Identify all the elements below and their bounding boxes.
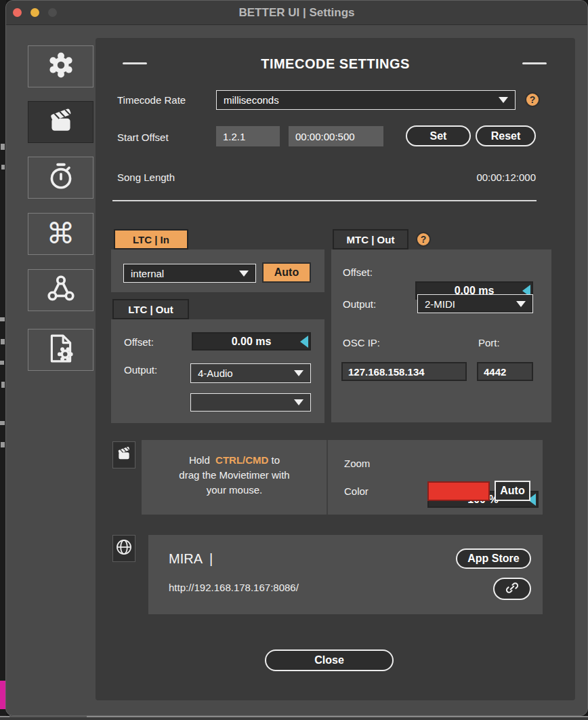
gear-icon bbox=[45, 49, 77, 83]
ltc-out-output-label: Output: bbox=[124, 364, 157, 376]
port-label: Port: bbox=[478, 337, 500, 348]
start-offset-label: Start Offset bbox=[117, 132, 169, 143]
mtc-out-output-dropdown[interactable]: 2-MIDI bbox=[417, 294, 533, 313]
chevron-down-icon bbox=[516, 301, 526, 307]
song-length-label: Song Length bbox=[117, 172, 175, 183]
network-nodes-icon bbox=[45, 273, 77, 307]
color-label: Color bbox=[344, 485, 369, 497]
ltc-in-auto-button[interactable]: Auto bbox=[262, 262, 311, 283]
ltc-out-output-value: 4-Audio bbox=[198, 367, 294, 379]
section-divider bbox=[112, 200, 537, 201]
sidebar-item-movie[interactable] bbox=[28, 101, 93, 143]
ltc-out-offset-label: Offset: bbox=[124, 336, 154, 348]
drag-arrow-icon[interactable] bbox=[300, 336, 308, 348]
set-button[interactable]: Set bbox=[406, 125, 471, 146]
song-length-value: 00:00:12:000 bbox=[400, 172, 536, 183]
mira-title: MIRA | bbox=[169, 551, 213, 567]
timecode-rate-dropdown[interactable]: milliseconds bbox=[216, 90, 516, 110]
timecode-rate-help-button[interactable]: ? bbox=[525, 92, 540, 107]
mtc-out-output-label: Output: bbox=[343, 298, 376, 310]
hint-line3: your mouse. bbox=[148, 483, 320, 498]
port-input[interactable] bbox=[477, 362, 533, 381]
mira-tile bbox=[112, 535, 135, 562]
command-icon: ⌘ bbox=[47, 220, 75, 248]
osc-ip-label: OSC IP: bbox=[343, 337, 380, 348]
header-dash-right bbox=[522, 62, 547, 64]
clapperboard-icon bbox=[115, 445, 133, 465]
chevron-down-icon bbox=[499, 97, 508, 103]
sidebar-item-general[interactable] bbox=[28, 45, 93, 87]
osc-ip-input[interactable] bbox=[341, 362, 467, 381]
reset-button[interactable]: Reset bbox=[476, 125, 536, 146]
sidebar-item-shortcuts[interactable]: ⌘ bbox=[28, 213, 93, 255]
link-icon bbox=[505, 580, 520, 598]
ltc-in-source-value: internal bbox=[131, 268, 239, 279]
zoom-label: Zoom bbox=[344, 458, 370, 469]
titlebar: BETTER UI | Settings bbox=[6, 1, 587, 25]
mtc-out-output-value: 2-MIDI bbox=[425, 298, 516, 310]
hint-to: to bbox=[272, 454, 280, 466]
ltc-out-offset-value: 0.00 ms bbox=[232, 336, 272, 348]
ltc-in-source-dropdown[interactable]: internal bbox=[123, 264, 256, 283]
chevron-down-icon bbox=[294, 399, 303, 405]
settings-window: BETTER UI | Settings bbox=[5, 0, 588, 716]
start-offset-time-input[interactable] bbox=[289, 126, 383, 146]
background-bottom-strip bbox=[0, 716, 588, 720]
hint-hold: Hold bbox=[189, 454, 210, 466]
window-title: BETTER UI | Settings bbox=[6, 6, 587, 20]
app-store-button[interactable]: App Store bbox=[456, 548, 531, 569]
document-gear-icon bbox=[47, 334, 75, 366]
start-offset-bars-input[interactable] bbox=[216, 126, 280, 146]
ltc-out-output-dropdown[interactable]: 4-Audio bbox=[190, 363, 311, 383]
sidebar-item-timer[interactable] bbox=[28, 157, 93, 199]
movietimer-tile bbox=[112, 441, 135, 468]
chevron-down-icon bbox=[294, 370, 303, 376]
movietimer-divider bbox=[327, 440, 328, 515]
page-title: TIMECODE SETTINGS bbox=[96, 56, 575, 72]
tab-ltc-in[interactable]: LTC | In bbox=[114, 229, 188, 249]
sidebar-item-network[interactable] bbox=[28, 269, 93, 311]
stopwatch-icon bbox=[45, 161, 77, 195]
hint-line2: drag the Movietimer with bbox=[148, 468, 320, 483]
tab-ltc-out[interactable]: LTC | Out bbox=[112, 299, 189, 319]
mtc-out-help-button[interactable]: ? bbox=[416, 232, 431, 247]
mtc-out-offset-label: Offset: bbox=[343, 266, 373, 278]
timecode-rate-value: milliseconds bbox=[224, 94, 499, 106]
screen: BETTER UI | Settings bbox=[0, 0, 588, 720]
sidebar-item-file-settings[interactable] bbox=[28, 329, 93, 371]
movietimer-hint: Hold CTRL/CMD to drag the Movietimer wit… bbox=[148, 453, 320, 498]
ltc-out-offset-field[interactable]: 0.00 ms bbox=[192, 332, 311, 351]
chevron-down-icon bbox=[239, 271, 249, 277]
color-swatch[interactable] bbox=[427, 481, 490, 501]
timecode-rate-label: Timecode Rate bbox=[117, 94, 186, 106]
close-button[interactable]: Close bbox=[265, 649, 394, 671]
open-link-button[interactable] bbox=[493, 578, 531, 600]
ltc-out-output2-dropdown[interactable] bbox=[190, 393, 311, 412]
color-auto-button[interactable]: Auto bbox=[495, 481, 530, 501]
mira-panel bbox=[148, 535, 543, 614]
clapperboard-icon bbox=[45, 105, 77, 139]
globe-icon bbox=[114, 538, 133, 559]
mira-url[interactable]: http://192.168.178.167:8086/ bbox=[169, 582, 299, 593]
tab-mtc-out[interactable]: MTC | Out bbox=[333, 229, 408, 249]
hint-key: CTRL/CMD bbox=[215, 454, 268, 466]
